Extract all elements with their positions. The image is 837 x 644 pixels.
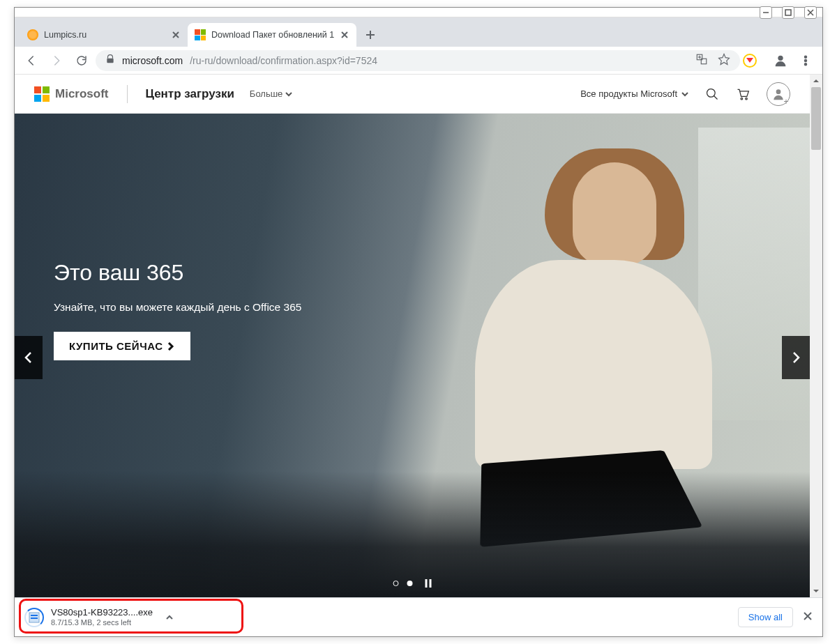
- carousel-prev-button[interactable]: [15, 336, 43, 379]
- yandex-extension-icon[interactable]: [743, 54, 757, 68]
- hero-banner: Это ваш 365 Узнайте, что вы можете кажды…: [15, 114, 810, 597]
- svg-point-4: [778, 55, 783, 60]
- favicon-lumpics: [27, 29, 38, 40]
- cart-icon[interactable]: [736, 87, 750, 101]
- svg-point-7: [805, 63, 807, 65]
- account-signin-button[interactable]: [767, 82, 790, 106]
- carousel-dot-1[interactable]: [393, 581, 399, 586]
- more-menu[interactable]: Больше: [250, 89, 293, 99]
- tab-close-icon[interactable]: [340, 30, 349, 40]
- svg-rect-13: [31, 615, 38, 616]
- hero-subtitle: Узнайте, что вы можете каждый день с Off…: [54, 301, 301, 314]
- bookmark-star-icon[interactable]: [718, 53, 730, 68]
- nav-back-button[interactable]: [20, 49, 43, 72]
- tab-close-icon[interactable]: [171, 30, 181, 40]
- svg-point-11: [776, 89, 781, 94]
- titlebar: [15, 8, 822, 17]
- hero-text-block: Это ваш 365 Узнайте, что вы можете кажды…: [54, 260, 301, 360]
- scroll-thumb[interactable]: [811, 87, 821, 150]
- address-bar[interactable]: microsoft.com/ru-ru/download/confirmatio…: [96, 50, 740, 71]
- more-menu-label: Больше: [250, 89, 283, 99]
- chevron-down-icon: [285, 91, 292, 98]
- viewport: Microsoft Центр загрузки Больше Все прод…: [15, 75, 822, 597]
- svg-rect-0: [785, 10, 791, 15]
- svg-rect-14: [31, 618, 38, 619]
- translate-icon[interactable]: [695, 53, 708, 68]
- nav-reload-button[interactable]: [70, 49, 93, 72]
- browser-window: Lumpics.ru Download Пакет обновлений 1 m…: [14, 7, 823, 637]
- vertical-scrollbar[interactable]: [810, 75, 822, 597]
- divider: [127, 85, 128, 103]
- svg-point-6: [805, 59, 807, 61]
- new-tab-button[interactable]: [361, 25, 380, 45]
- tab-strip: Lumpics.ru Download Пакет обновлений 1: [15, 17, 822, 47]
- download-status: 8.7/15.3 MB, 2 secs left: [51, 618, 153, 627]
- tab-download[interactable]: Download Пакет обновлений 1: [188, 23, 356, 47]
- download-item[interactable]: VS80sp1-KB93223....exe 8.7/15.3 MB, 2 se…: [19, 604, 182, 630]
- favicon-microsoft: [195, 29, 206, 40]
- window-close-button[interactable]: [804, 6, 817, 19]
- buy-now-button[interactable]: КУПИТЬ СЕЙЧАС: [54, 332, 190, 360]
- tab-label: Lumpics.ru: [44, 30, 165, 40]
- hero-heading: Это ваш 365: [54, 260, 301, 286]
- all-products-menu[interactable]: Все продукты Microsoft: [580, 89, 688, 99]
- svg-point-8: [707, 89, 716, 97]
- all-products-label: Все продукты Microsoft: [580, 89, 677, 99]
- buy-now-label: КУПИТЬ СЕЙЧАС: [69, 340, 163, 352]
- download-shelf: VS80sp1-KB93223....exe 8.7/15.3 MB, 2 se…: [15, 597, 822, 636]
- svg-rect-1: [107, 59, 113, 63]
- tab-lumpics[interactable]: Lumpics.ru: [20, 23, 188, 47]
- window-minimize-button[interactable]: [760, 6, 772, 19]
- microsoft-logo[interactable]: Microsoft: [34, 86, 109, 102]
- download-filename: VS80sp1-KB93223....exe: [51, 607, 153, 618]
- microsoft-logo-text: Microsoft: [55, 87, 109, 101]
- carousel-next-button[interactable]: [782, 336, 810, 379]
- window-controls: [760, 6, 817, 19]
- scroll-track[interactable]: [810, 87, 822, 585]
- scroll-down-arrow[interactable]: [810, 585, 822, 597]
- chevron-right-icon: [167, 342, 175, 351]
- scroll-up-arrow[interactable]: [810, 75, 822, 87]
- svg-point-10: [746, 98, 748, 100]
- profile-avatar-button[interactable]: [771, 51, 790, 70]
- download-options-button[interactable]: [163, 611, 176, 624]
- carousel-pause-button[interactable]: [425, 579, 432, 588]
- carousel-dot-2[interactable]: [407, 581, 413, 586]
- url-host: microsoft.com: [122, 55, 183, 66]
- download-progress-icon: [24, 608, 44, 627]
- tab-label: Download Пакет обновлений 1: [211, 30, 334, 40]
- search-icon[interactable]: [705, 87, 719, 101]
- microsoft-logo-icon: [34, 86, 50, 102]
- browser-menu-button[interactable]: [794, 49, 817, 72]
- carousel-controls: [393, 579, 432, 588]
- url-path: /ru-ru/download/confirmation.aspx?id=752…: [190, 55, 377, 66]
- hero-foreground: [15, 472, 810, 597]
- nav-forward-button[interactable]: [45, 49, 68, 72]
- show-all-downloads-button[interactable]: Show all: [738, 607, 793, 627]
- svg-point-9: [741, 98, 743, 100]
- page-content: Microsoft Центр загрузки Больше Все прод…: [15, 75, 810, 597]
- window-maximize-button[interactable]: [782, 6, 794, 19]
- site-header: Microsoft Центр загрузки Больше Все прод…: [15, 75, 810, 114]
- svg-point-5: [805, 56, 807, 58]
- lock-icon: [105, 54, 115, 66]
- chevron-down-icon: [681, 91, 688, 98]
- download-center-link[interactable]: Центр загрузки: [146, 87, 234, 101]
- browser-toolbar: microsoft.com/ru-ru/download/confirmatio…: [15, 47, 822, 75]
- close-download-shelf-button[interactable]: [803, 611, 813, 624]
